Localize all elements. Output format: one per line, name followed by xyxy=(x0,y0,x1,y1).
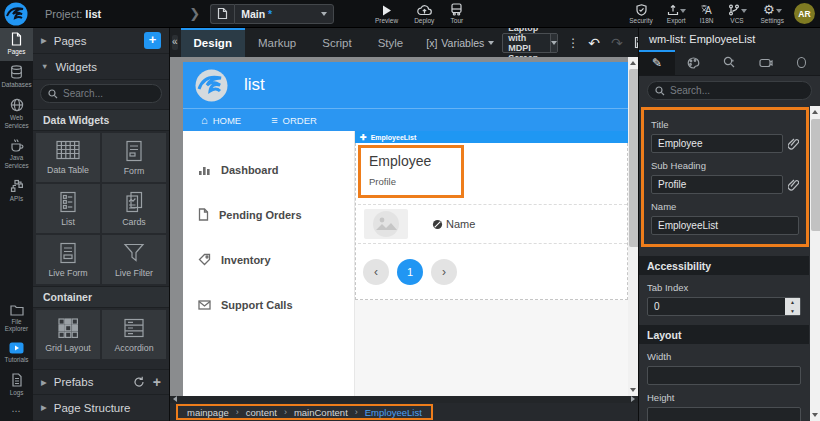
variables-button[interactable]: [x] Variables xyxy=(426,28,494,57)
tab-outline[interactable] xyxy=(784,50,820,75)
preview-button[interactable]: Preview xyxy=(375,4,398,24)
wavemaker-logo-icon[interactable] xyxy=(3,1,29,27)
prefabs-label: Prefabs xyxy=(54,376,94,388)
page-selector[interactable]: Main * xyxy=(210,4,334,24)
widget-tile-accordion[interactable]: Accordion xyxy=(102,310,166,359)
more-options-icon[interactable]: ⋮ xyxy=(567,28,579,57)
tab-device[interactable] xyxy=(748,50,784,75)
device-selector[interactable]: Laptop with MDPI Screen xyxy=(502,33,558,53)
sidebar-item-support-calls[interactable]: Support Calls xyxy=(183,282,354,327)
tab-properties[interactable]: ✎ xyxy=(639,50,675,75)
widget-search-input[interactable] xyxy=(63,88,153,99)
deploy-button[interactable]: Deploy xyxy=(414,4,434,24)
widgets-section-row[interactable]: ▼ Widgets xyxy=(33,54,169,80)
breadcrumb-item-employeelist[interactable]: EmployeeList xyxy=(365,407,422,418)
tab-inspect[interactable] xyxy=(711,50,747,75)
nav-item-home[interactable]: ⌂HOME xyxy=(201,114,241,126)
next-page-button[interactable]: › xyxy=(431,259,457,285)
add-page-button[interactable]: + xyxy=(144,32,161,49)
breadcrumb-item-content[interactable]: content xyxy=(246,407,277,418)
bind-link-icon[interactable] xyxy=(788,138,799,150)
prev-page-button[interactable]: ‹ xyxy=(363,259,389,285)
redo-icon[interactable]: ↷ xyxy=(611,35,623,51)
rail-item-databases[interactable]: Databases xyxy=(0,61,33,94)
scroll-left-icon[interactable] xyxy=(173,396,177,402)
tab-style[interactable]: Style xyxy=(365,28,417,57)
widget-tile-list[interactable]: List xyxy=(36,184,100,233)
subheading-field-input[interactable] xyxy=(651,175,783,194)
scrollbar-thumb[interactable] xyxy=(629,69,638,247)
rail-item-pages[interactable]: Pages xyxy=(0,28,33,61)
page-dropdown[interactable]: Main * xyxy=(234,4,334,24)
rail-item-web-services[interactable]: Web Services xyxy=(0,94,33,135)
tab-script[interactable]: Script xyxy=(309,28,364,57)
page-structure-row[interactable]: ▶ Page Structure xyxy=(33,395,169,421)
chart-bars-icon xyxy=(198,164,211,176)
tour-button[interactable]: Tour xyxy=(450,4,463,24)
name-field-input[interactable] xyxy=(651,216,799,235)
sidebar-item-inventory[interactable]: Inventory xyxy=(183,237,354,282)
widget-search[interactable] xyxy=(40,84,162,103)
chevron-down-icon xyxy=(488,41,494,45)
export-button[interactable]: Export xyxy=(667,4,686,24)
height-field-input[interactable] xyxy=(647,407,801,421)
database-icon xyxy=(10,65,23,79)
collapse-left-panel-icon[interactable]: « xyxy=(172,35,178,50)
security-button[interactable]: Security xyxy=(629,4,652,24)
step-up-icon[interactable]: ▲ xyxy=(785,298,800,307)
add-prefab-icon[interactable]: + xyxy=(153,374,161,390)
tab-index-input[interactable] xyxy=(648,298,785,315)
scroll-right-icon[interactable] xyxy=(631,396,635,402)
expanded-arrow-icon: ▼ xyxy=(41,62,48,71)
current-page-button[interactable]: 1 xyxy=(397,259,423,285)
canvas-horizontal-scrollbar[interactable] xyxy=(170,396,638,403)
pages-section-row[interactable]: ▶ Pages + xyxy=(33,28,169,54)
tab-styles[interactable] xyxy=(675,50,711,75)
tab-markup[interactable]: Markup xyxy=(245,28,309,57)
widget-tile-grid-layout[interactable]: Grid Layout xyxy=(36,310,100,359)
canvas-vertical-scrollbar[interactable] xyxy=(628,57,638,396)
employee-list-widget[interactable]: Employee Profile Name xyxy=(355,143,628,300)
tab-design[interactable]: Design xyxy=(181,28,245,57)
sidebar-item-pending-orders[interactable]: Pending Orders xyxy=(183,192,354,237)
scroll-down-icon[interactable] xyxy=(812,413,818,417)
selected-widget-tag[interactable]: ✚ EmployeeList xyxy=(355,131,628,143)
layout-section-header[interactable]: Layout xyxy=(639,325,809,344)
accessibility-section-header[interactable]: Accessibility xyxy=(639,256,809,275)
bind-link-icon[interactable] xyxy=(788,179,799,191)
widget-tile-data-table[interactable]: Data Table xyxy=(36,133,100,182)
project-label: Project: list xyxy=(45,8,101,20)
refresh-icon[interactable] xyxy=(133,376,145,388)
nav-item-order[interactable]: ≡ORDER xyxy=(271,114,317,126)
widget-tile-form[interactable]: Form xyxy=(102,133,166,182)
widget-tile-live-form[interactable]: Live Form xyxy=(36,235,100,284)
scroll-up-icon[interactable] xyxy=(812,110,818,114)
width-field-input[interactable] xyxy=(647,366,801,385)
vcs-button[interactable]: VCS xyxy=(728,4,747,24)
widget-tile-live-filter[interactable]: Live Filter xyxy=(102,235,166,284)
breadcrumb-item-maincontent[interactable]: mainContent xyxy=(294,407,348,418)
title-field-input[interactable] xyxy=(651,134,783,153)
inspector-scrollbar[interactable] xyxy=(810,106,820,421)
prefabs-section-row[interactable]: ▶ Prefabs + xyxy=(33,369,169,395)
i18n-button[interactable]: A I18N xyxy=(700,4,714,24)
rail-item-java-services[interactable]: Java Services xyxy=(0,134,33,175)
rail-item-apis[interactable]: APIs xyxy=(0,175,33,208)
scroll-up-icon[interactable] xyxy=(630,61,636,65)
avatar[interactable]: AR xyxy=(794,3,815,24)
rail-item-tutorials[interactable]: Tutorials xyxy=(0,338,33,369)
scroll-down-icon[interactable] xyxy=(630,388,636,392)
sidebar-item-dashboard[interactable]: Dashboard xyxy=(183,147,354,192)
widget-tile-cards[interactable]: Cards xyxy=(102,184,166,233)
scrollbar-thumb[interactable] xyxy=(811,119,820,231)
step-down-icon[interactable]: ▼ xyxy=(785,307,800,316)
rail-item-file-explorer[interactable]: File Explorer xyxy=(0,300,33,339)
rail-item-logs[interactable]: Logs xyxy=(0,369,33,402)
breadcrumb-item-mainpage[interactable]: mainpage xyxy=(187,407,229,418)
list-item-row[interactable]: Name xyxy=(358,204,627,244)
undo-icon[interactable]: ↶ xyxy=(588,35,600,51)
settings-button[interactable]: ⚙ Settings xyxy=(761,4,785,24)
folder-icon xyxy=(10,304,24,316)
rail-overflow-icon[interactable]: ⋯ xyxy=(0,402,33,421)
property-search-input[interactable] xyxy=(670,85,760,96)
